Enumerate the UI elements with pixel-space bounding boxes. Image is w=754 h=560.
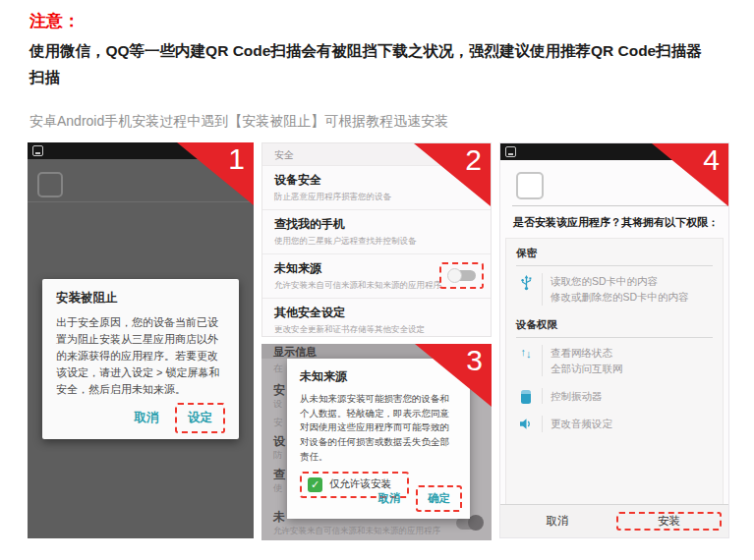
screenshot-unknown-sources-dialog: 显示信息 在 安 设 安 设 防 查 使 未 允许安装来自可信来源和未知来源的应… [261,344,492,540]
vibration-icon [516,388,536,404]
screenshot-security-settings: 安全 设备安全 防止恶意应用程序损害您的设备 查找我的手机 使用您的三星账户远程… [261,142,492,337]
step-number: 1 [228,144,245,174]
statusbar-app-icon [505,146,516,157]
permission-text: 更改音频设定 [551,416,612,431]
settings-row-other-security[interactable]: 其他安全设定 更改安全更新和证书存储等其他安全设定 [262,298,491,337]
dimmed-text: 查 [273,467,285,483]
dimmed-text: 在 [273,363,283,375]
step-number: 3 [466,346,483,375]
permissions-panel: 保密 读取您的SD卡中的内容 修改 [505,238,724,505]
dimmed-text: 安 [273,382,285,399]
statusbar-app-icon [32,145,43,156]
divider [542,416,543,431]
dimmed-text: 允许安装来自可信来源和未知来源的应用程序 [273,526,440,537]
settings-row-unknown-sources[interactable]: 未知来源 允许安装来自可信来源和未知来源的应用程序 [262,253,491,298]
permission-text: 全部访问互联网 [551,361,623,376]
notice-body: 使用微信，QQ等一些内建QR Code扫描会有被阻挡下载之状况，强烈建议使用推荐… [29,37,729,90]
highlight-box: 设定 [175,403,225,433]
dimmed-text: 未 [273,509,285,526]
settings-button[interactable]: 设定 [181,406,219,430]
settings-row-find-my-phone[interactable]: 查找我的手机 使用您的三星账户远程查找并控制设备 [262,209,491,253]
permission-row-audio: 更改音频设定 [506,409,723,436]
tutorial-page: 注意： 使用微信，QQ等一些内建QR Code扫描会有被阻挡下载之状况，强烈建议… [0,0,754,560]
permission-text: 修改或删除您的SD卡中的内容 [551,289,689,305]
permission-row-network: ↑↓ 查看网络状态 全部访问互联网 [506,338,723,382]
highlight-box: 安装 [616,512,722,531]
install-blocked-dialog: 安装被阻止 出于安全原因，您的设备当前已设置为阻止安装从三星应用商店以外的来源获… [42,279,239,439]
install-question: 是否安装该应用程序？其将拥有以下权限： [513,215,719,230]
dimmed-text: 设 [273,433,285,450]
usb-icon [516,273,536,306]
install-button[interactable]: 安装 [658,514,680,529]
permission-text: 读取您的SD卡中的内容 [551,273,689,289]
speaker-icon [516,416,536,431]
cancel-button[interactable]: 取消 [500,505,614,537]
highlight-box [439,262,484,289]
app-icon-placeholder [516,172,544,199]
permission-row-vibration: 控制振动器 [506,381,723,409]
screenshot-install-blocked: 1 4G⇅ 7 安装被阻止 出于安全原因，您的设备当前已设置为阻止安装从三星应用… [28,142,254,538]
dialog-body: 出于安全原因，您的设备当前已设置为阻止安装从三星应用商店以外的来源获得的应用程序… [56,314,225,398]
step-number: 2 [465,145,482,175]
dialog-title: 安装被阻止 [56,290,225,307]
divider [542,345,543,377]
network-transfer-icon: ↑↓ [516,345,536,377]
checkbox-checked-icon[interactable]: ✓ [308,477,322,492]
app-icon-placeholder [37,172,63,197]
screenshot-install-permissions: 1 4G⇅ 7 是否安装该应用程序？其将拥有以下权限： 保密 [499,142,729,538]
dimmed-text: 防 [273,449,283,462]
divider [542,388,543,404]
cancel-button[interactable]: 取消 [373,488,407,509]
unknown-sources-toggle[interactable] [447,268,476,283]
step-number: 4 [703,145,720,175]
notice-title: 注意： [29,10,80,32]
permission-text: 查看网络状态 [551,345,623,361]
highlight-box: 确定 [416,485,462,512]
section-header-device: 设备权限 [506,310,723,337]
cancel-button[interactable]: 取消 [128,406,166,430]
section-header-privacy: 保密 [506,239,723,265]
permission-row-storage: 读取您的SD卡中的内容 修改或删除您的SD卡中的内容 [506,266,723,310]
divider [542,273,543,306]
permission-text: 控制振动器 [551,388,603,404]
ok-button[interactable]: 确定 [422,488,456,509]
dimmed-text: 设 [273,398,283,411]
dialog-button-bar: 取消 安装 [500,504,728,537]
page-subtitle: 安卓Android手机安装过程中遇到【安装被阻止】可根据教程迅速安装 [29,113,448,131]
dimmed-text: 使 [273,482,283,495]
dimmed-text: 安 [273,417,283,429]
